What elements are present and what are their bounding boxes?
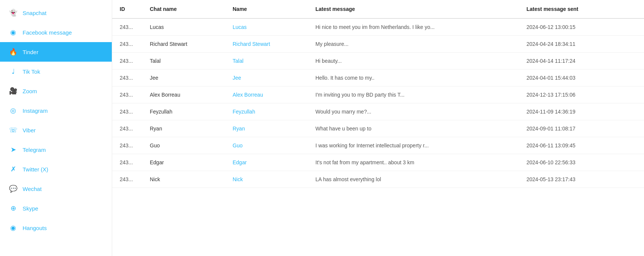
cell-name-5: Feyzullah (225, 103, 308, 120)
facebook-message-icon: ◉ (8, 27, 18, 37)
cell-chatname-1: Richard Stewart (142, 36, 225, 53)
sidebar-item-snapchat[interactable]: 👻Snapchat (0, 3, 112, 23)
cell-id-5: 243... (112, 103, 142, 120)
sidebar-item-skype[interactable]: ⊕Skype (0, 198, 112, 218)
col-header-message: Latest message (308, 0, 519, 18)
cell-name-2: Talal (225, 53, 308, 70)
table-row[interactable]: 243...LucasLucasHi nice to meet you im f… (112, 18, 644, 36)
table-row[interactable]: 243...Richard StewartRichard StewartMy p… (112, 36, 644, 53)
cell-name-4: Alex Borreau (225, 86, 308, 103)
telegram-icon: ➤ (8, 145, 18, 155)
twitter-x-icon: ✗ (8, 164, 18, 174)
cell-name-8: Edgar (225, 154, 308, 171)
cell-message-3: Hello. It has come to my.. (308, 70, 519, 86)
sidebar-item-label-hangouts: Hangouts (23, 225, 47, 231)
sidebar-item-tinder[interactable]: 🔥Tinder (0, 42, 112, 62)
cell-message-7: I was working for Internet intellectual … (308, 137, 519, 154)
cell-id-6: 243... (112, 120, 142, 137)
cell-id-9: 243... (112, 171, 142, 188)
sidebar-item-label-tinder: Tinder (23, 49, 38, 55)
table-row[interactable]: 243...FeyzullahFeyzullahWould you marry … (112, 103, 644, 120)
sidebar: 👻Snapchat◉Facebook message🔥Tinder♩Tik To… (0, 0, 112, 256)
cell-id-0: 243... (112, 18, 142, 36)
cell-chatname-5: Feyzullah (142, 103, 225, 120)
table-row[interactable]: 243...JeeJeeHello. It has come to my..20… (112, 70, 644, 86)
sidebar-item-label-twitter-x: Twitter (X) (23, 166, 48, 173)
col-header-date: Latest message sent (519, 0, 644, 18)
cell-date-5: 2024-11-09 14:36:19 (519, 103, 644, 120)
cell-message-6: What have u been up to (308, 120, 519, 137)
cell-date-7: 2024-06-11 13:09:45 (519, 137, 644, 154)
viber-icon: ☏ (8, 125, 18, 135)
zoom-icon: 🎥 (8, 86, 18, 96)
wechat-icon: 💬 (8, 184, 18, 194)
sidebar-item-wechat[interactable]: 💬Wechat (0, 179, 112, 198)
cell-message-0: Hi nice to meet you im from Netherlands.… (308, 18, 519, 36)
cell-date-8: 2024-06-10 22:56:33 (519, 154, 644, 171)
sidebar-item-label-zoom: Zoom (23, 88, 37, 94)
cell-id-1: 243... (112, 36, 142, 53)
cell-message-1: My pleasure... (308, 36, 519, 53)
cell-date-3: 2024-04-01 15:44:03 (519, 70, 644, 86)
cell-date-6: 2024-09-01 11:08:17 (519, 120, 644, 137)
table-row[interactable]: 243...TalalTalalHi beauty...2024-04-14 1… (112, 53, 644, 70)
sidebar-item-facebook-message[interactable]: ◉Facebook message (0, 23, 112, 42)
table-row[interactable]: 243...Alex BorreauAlex BorreauI'm inviti… (112, 86, 644, 103)
cell-chatname-0: Lucas (142, 18, 225, 36)
sidebar-item-label-skype: Skype (23, 205, 38, 212)
table-header-row: ID Chat name Name Latest message Latest … (112, 0, 644, 18)
cell-message-2: Hi beauty... (308, 53, 519, 70)
sidebar-item-hangouts[interactable]: ◉Hangouts (0, 218, 112, 238)
cell-chatname-8: Edgar (142, 154, 225, 171)
sidebar-item-label-telegram: Telegram (23, 147, 46, 153)
col-header-id: ID (112, 0, 142, 18)
cell-chatname-2: Talal (142, 53, 225, 70)
cell-date-0: 2024-06-12 13:00:15 (519, 18, 644, 36)
cell-name-6: Ryan (225, 120, 308, 137)
cell-name-0: Lucas (225, 18, 308, 36)
table-row[interactable]: 243...NickNickLA has almost everything l… (112, 171, 644, 188)
sidebar-item-instagram[interactable]: ◎Instagram (0, 101, 112, 120)
col-header-chatname: Chat name (142, 0, 225, 18)
cell-name-7: Guo (225, 137, 308, 154)
cell-message-8: It's not fat from my apartment.. about 3… (308, 154, 519, 171)
cell-date-9: 2024-05-13 23:17:43 (519, 171, 644, 188)
cell-date-1: 2024-04-24 18:34:11 (519, 36, 644, 53)
skype-icon: ⊕ (8, 203, 18, 213)
table-row[interactable]: 243...RyanRyanWhat have u been up to2024… (112, 120, 644, 137)
cell-message-9: LA has almost everything lol (308, 171, 519, 188)
cell-chatname-3: Jee (142, 70, 225, 86)
sidebar-item-label-viber: Viber (23, 127, 36, 133)
cell-message-5: Would you marry me?... (308, 103, 519, 120)
hangouts-icon: ◉ (8, 223, 18, 233)
col-header-name: Name (225, 0, 308, 18)
sidebar-item-label-snapchat: Snapchat (23, 10, 46, 16)
cell-date-2: 2024-04-14 11:17:24 (519, 53, 644, 70)
cell-id-2: 243... (112, 53, 142, 70)
sidebar-item-telegram[interactable]: ➤Telegram (0, 140, 112, 159)
cell-id-4: 243... (112, 86, 142, 103)
table-row[interactable]: 243...EdgarEdgarIt's not fat from my apa… (112, 154, 644, 171)
instagram-icon: ◎ (8, 106, 18, 115)
sidebar-item-zoom[interactable]: 🎥Zoom (0, 81, 112, 101)
cell-date-4: 2024-12-13 17:15:06 (519, 86, 644, 103)
main-content: ID Chat name Name Latest message Latest … (112, 0, 644, 256)
tinder-icon: 🔥 (8, 47, 18, 57)
cell-chatname-9: Nick (142, 171, 225, 188)
cell-chatname-6: Ryan (142, 120, 225, 137)
chat-table: ID Chat name Name Latest message Latest … (112, 0, 644, 188)
sidebar-item-label-instagram: Instagram (23, 108, 48, 114)
sidebar-item-label-tiktok: Tik Tok (23, 68, 40, 75)
cell-chatname-7: Guo (142, 137, 225, 154)
cell-chatname-4: Alex Borreau (142, 86, 225, 103)
cell-name-9: Nick (225, 171, 308, 188)
sidebar-item-twitter-x[interactable]: ✗Twitter (X) (0, 159, 112, 179)
cell-id-8: 243... (112, 154, 142, 171)
snapchat-icon: 👻 (8, 8, 18, 18)
cell-message-4: I'm inviting you to my BD party this T..… (308, 86, 519, 103)
sidebar-item-tiktok[interactable]: ♩Tik Tok (0, 62, 112, 81)
sidebar-item-viber[interactable]: ☏Viber (0, 120, 112, 140)
cell-name-3: Jee (225, 70, 308, 86)
cell-name-1: Richard Stewart (225, 36, 308, 53)
table-row[interactable]: 243...GuoGuoI was working for Internet i… (112, 137, 644, 154)
